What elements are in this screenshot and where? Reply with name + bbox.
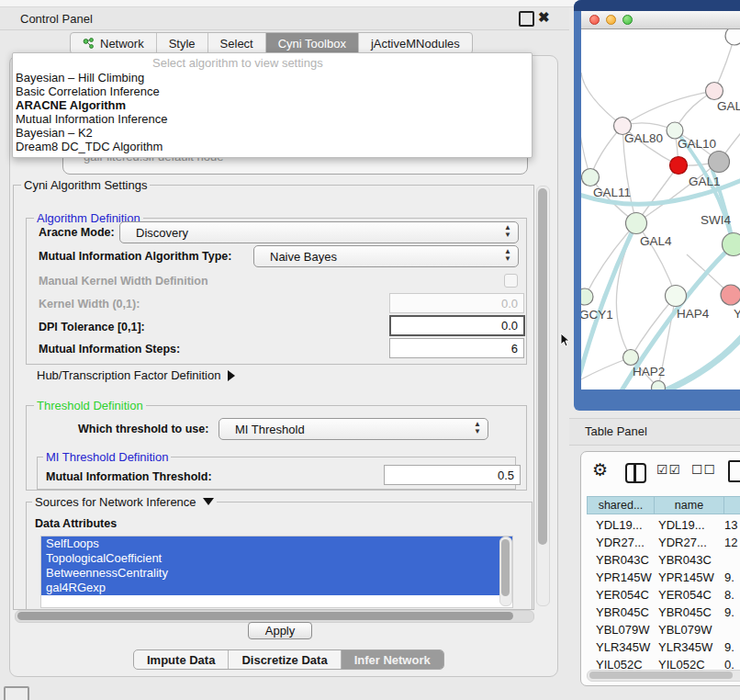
node-gal4[interactable] [626, 213, 647, 234]
close-traffic-light-icon[interactable] [589, 15, 600, 25]
threshold-definition-legend: Threshold Definition [34, 399, 146, 412]
minimized-panel-icon[interactable] [4, 686, 29, 700]
cyni-algorithm-settings-legend: Cyni Algorithm Settings [21, 178, 150, 192]
node-unlabeled-green[interactable] [652, 381, 666, 390]
node-label: GAL10 [678, 137, 716, 151]
node-label: HAP2 [633, 365, 665, 378]
column-header-partial[interactable]: A [723, 496, 740, 514]
dpi-tolerance-input[interactable]: 0.0 [389, 315, 525, 336]
node-hap2[interactable] [623, 350, 639, 366]
app-root: Control Panel ✖ Network Style Select C [0, 0, 740, 700]
node-label: GAL4 [640, 234, 672, 248]
table-row[interactable]: YLR345WYLR345W9. [587, 638, 734, 656]
zoom-traffic-light-icon[interactable] [622, 15, 633, 25]
node-label: Y [734, 307, 740, 321]
node-swi4[interactable] [723, 233, 740, 256]
tab-select[interactable]: Select [208, 33, 266, 53]
table-row[interactable]: YBL079WYBL079W [587, 621, 724, 638]
columns-icon[interactable] [625, 463, 646, 483]
deselect-all-checkboxes-icon[interactable]: ☐☐ [691, 462, 716, 477]
node-label: GAL11 [593, 186, 631, 199]
tab-impute-data[interactable]: Impute Data [134, 650, 229, 669]
list-item-topologicalcoefficient[interactable]: TopologicalCoefficient [41, 551, 512, 566]
list-item-betweennesscentrality[interactable]: BetweennessCentrality [41, 566, 512, 581]
algorithm-option-basic-correlation[interactable]: Basic Correlation Inference [16, 85, 160, 98]
node-unlabeled-gray[interactable] [709, 152, 730, 173]
table-row[interactable]: YBR043CYBR043C [587, 551, 724, 569]
expand-right-icon [228, 370, 235, 381]
table-row[interactable]: YER054CYER054C8. [587, 586, 734, 604]
column-header-shared[interactable]: shared... [587, 496, 654, 514]
tab-network[interactable]: Network [71, 33, 157, 53]
node-label: HAP4 [677, 307, 710, 321]
algorithm-dropdown-placeholder: Select algorithm to view settings [152, 56, 323, 70]
window-top-frame [574, 0, 740, 11]
close-panel-icon[interactable]: ✖ [538, 9, 550, 26]
settings-hscrollbar-track[interactable] [15, 610, 534, 623]
node-hap4[interactable] [666, 286, 687, 307]
manual-kernel-label: Manual Kernel Width Definition [39, 275, 208, 288]
node-gcy1[interactable] [581, 288, 593, 305]
table-row[interactable]: YPR145WYPR145W9. [587, 569, 734, 586]
algorithm-option-bayesian-hill[interactable]: Bayesian – Hill Climbing [16, 71, 144, 85]
network-canvas[interactable]: GAL GAL80 GAL10 GAL1 GAL11 SWI4 GAL4 GCY… [581, 29, 740, 390]
settings-scrollbar-track[interactable] [536, 186, 550, 606]
attributes-scrollbar-track[interactable] [499, 536, 512, 606]
algorithm-option-dream8[interactable]: Dream8 DC_TDC Algorithm [16, 140, 163, 153]
select-all-checkboxes-icon[interactable]: ☑☑ [656, 462, 681, 477]
list-item-selfloops[interactable]: SelfLoops [41, 536, 512, 551]
aracne-mode-select[interactable]: Discovery ▲▼ [119, 221, 519, 243]
table-panel-title: Table Panel [585, 424, 647, 438]
attributes-scrollbar-thumb[interactable] [501, 539, 510, 596]
column-header-name[interactable]: name [654, 496, 723, 514]
hub-tf-definition-toggle[interactable]: Hub/Transcription Factor Definition [37, 368, 235, 382]
tab-discretize-data[interactable]: Discretize Data [229, 650, 341, 669]
aracne-mode-label: Aracne Mode: [39, 226, 115, 239]
algorithm-option-bayesian-k2[interactable]: Bayesian – K2 [16, 126, 93, 140]
node-gal11[interactable] [582, 169, 600, 186]
sources-legend[interactable]: Sources for Network Inference [32, 495, 217, 509]
tab-jactivemnodules[interactable]: jActiveMNodules [359, 33, 472, 53]
node-label: GCY1 [581, 308, 613, 322]
float-panel-icon[interactable] [519, 11, 534, 27]
table-hscrollbar-track[interactable] [587, 670, 740, 682]
list-item-gal4rgexp[interactable]: gal4RGexp [41, 581, 512, 595]
node-label: SWI4 [701, 213, 731, 227]
algorithm-option-mutual-information[interactable]: Mutual Information Inference [16, 112, 167, 126]
which-threshold-label: Which threshold to use: [78, 423, 208, 435]
which-threshold-select[interactable]: MI Threshold ▲▼ [219, 418, 488, 440]
manual-kernel-checkbox[interactable] [504, 274, 518, 288]
dpi-tolerance-label: DPI Tolerance [0,1]: [39, 321, 145, 333]
bottom-tabbar: Impute Data Discretize Data Infer Networ… [133, 649, 444, 670]
mi-threshold-label: Mutual Information Threshold: [46, 470, 212, 483]
node-unlabeled-white[interactable] [725, 29, 740, 45]
node-y-partial[interactable] [721, 285, 740, 305]
table-row[interactable]: YBR045CYBR045C9. [587, 604, 734, 621]
mi-type-select[interactable]: Naive Bayes ▲▼ [253, 245, 519, 267]
network-view-window[interactable]: GAL GAL80 GAL10 GAL1 GAL11 SWI4 GAL4 GCY… [574, 0, 740, 411]
node-gal1[interactable] [670, 157, 688, 175]
new-table-icon[interactable] [728, 460, 740, 482]
node-gal-partial[interactable] [706, 83, 723, 100]
network-graph: GAL GAL80 GAL10 GAL1 GAL11 SWI4 GAL4 GCY… [581, 29, 740, 390]
table-row[interactable]: YDL19...YDL19...13 [587, 516, 737, 534]
table-row[interactable]: YDR27...YDR27...12 [587, 534, 737, 551]
network-window-titlebar[interactable] [581, 11, 740, 29]
table-hscrollbar-thumb[interactable] [589, 672, 733, 679]
tab-style[interactable]: Style [157, 33, 208, 53]
tab-network-label: Network [100, 37, 144, 51]
collapse-down-icon [203, 498, 214, 505]
kernel-width-input[interactable]: 0.0 [389, 293, 524, 313]
mi-threshold-input[interactable]: 0.5 [384, 465, 521, 485]
gear-icon[interactable]: ⚙ [592, 459, 608, 480]
algorithm-option-aracne[interactable]: ARACNE Algorithm [16, 98, 126, 112]
settings-hscrollbar-thumb[interactable] [17, 612, 513, 620]
data-attributes-label: Data Attributes [35, 517, 117, 530]
mi-type-label: Mutual Information Algorithm Type: [39, 250, 231, 263]
tab-infer-network[interactable]: Infer Network [342, 650, 443, 669]
apply-button[interactable]: Apply [248, 622, 312, 639]
settings-scrollbar-thumb[interactable] [538, 188, 547, 545]
mi-steps-input[interactable]: 6 [389, 338, 524, 358]
minimize-traffic-light-icon[interactable] [606, 15, 616, 25]
tab-cyni-toolbox[interactable]: Cyni Toolbox [266, 33, 359, 53]
